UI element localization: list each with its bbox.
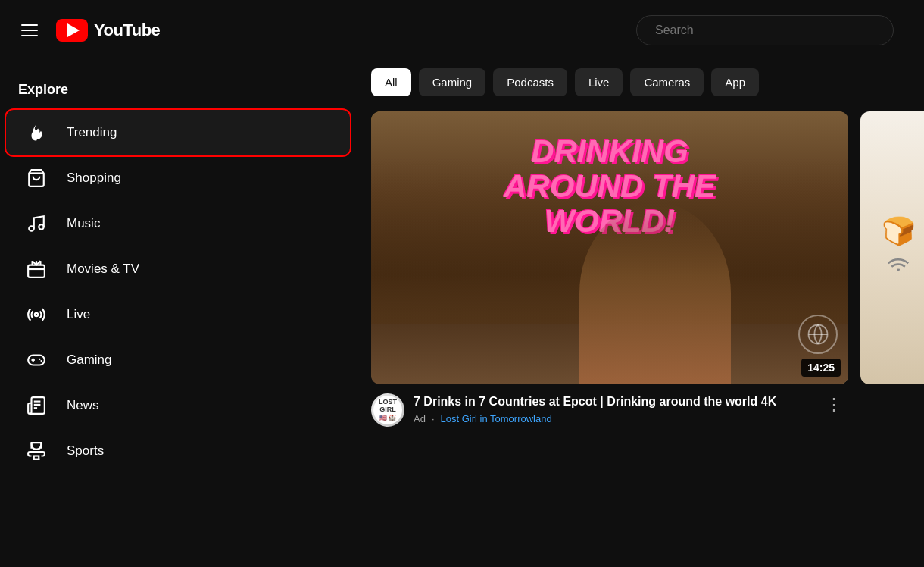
sidebar-item-label-sports: Sports [67,443,104,459]
main-content: All Gaming Podcasts Live Cameras App [356,61,924,489]
globe-watermark-icon [798,315,838,354]
chip-live[interactable]: Live [575,68,623,96]
search-box[interactable] [636,15,894,45]
svg-point-2 [39,224,44,230]
svg-point-11 [40,360,42,362]
sidebar-item-label-shopping: Shopping [67,171,121,186]
channel-name[interactable]: Lost Girl in Tomorrowland [441,413,552,424]
avatar-logo: LOST GIRL 🇺🇸 🏰 [373,396,402,424]
svg-point-10 [39,359,40,360]
video-card-1: DRINKINGAROUND THEWORLD! 14:25 [371,111,848,436]
more-options-button[interactable]: ⋮ [819,392,848,418]
sidebar-item-label-movies: Movies & TV [67,262,139,277]
sidebar-item-live[interactable]: Live [6,292,350,337]
partial-thumbnail: 🍞 [860,111,924,384]
video-thumbnail-1[interactable]: DRINKINGAROUND THEWORLD! 14:25 [371,111,848,384]
sidebar-item-label-trending: Trending [67,125,117,140]
sidebar-item-music[interactable]: Music [6,201,350,246]
sidebar-item-label-gaming: Gaming [67,352,112,368]
thumbnail-bg: DRINKINGAROUND THEWORLD! [371,111,848,384]
chip-podcasts[interactable]: Podcasts [493,68,567,96]
svg-rect-3 [28,265,45,277]
duration-badge: 14:25 [801,359,841,377]
ad-badge: Ad [414,413,426,424]
chip-gaming[interactable]: Gaming [419,68,486,96]
sidebar-item-gaming[interactable]: Gaming [6,337,350,383]
svg-rect-9 [28,356,45,365]
video-channel-row: Ad · Lost Girl in Tomorrowland [414,413,810,424]
video-info-1: LOST GIRL 🇺🇸 🏰 7 Drinks in 7 Countries a… [371,384,848,436]
channel-avatar[interactable]: LOST GIRL 🇺🇸 🏰 [371,393,404,427]
clapperboard-icon [24,257,48,281]
video-card-partial[interactable]: 🍞 [860,111,924,436]
chip-all[interactable]: All [371,68,411,96]
gamepad-icon [24,348,48,372]
sidebar-item-label-news: News [67,398,99,413]
header: YouTube [0,0,924,61]
svg-point-8 [35,313,38,316]
sidebar-item-news[interactable]: News [6,383,350,428]
sidebar-item-shopping[interactable]: Shopping [6,155,350,201]
youtube-logo[interactable]: YouTube [56,19,160,42]
dot-separator: · [432,413,435,424]
videos-grid: DRINKINGAROUND THEWORLD! 14:25 [371,111,909,436]
main-layout: Explore Trending Shopping [0,61,924,489]
explore-title: Explore [0,76,356,110]
sidebar-item-trending[interactable]: Trending [6,110,350,155]
flame-icon [24,121,48,145]
svg-point-1 [29,226,34,231]
video-title: 7 Drinks in 7 Countries at Epcot | Drink… [414,393,810,410]
yt-icon [56,19,88,42]
hamburger-menu[interactable] [15,18,44,42]
sidebar: Explore Trending Shopping [0,61,356,489]
sidebar-item-movies[interactable]: Movies & TV [6,246,350,292]
chip-apps[interactable]: App [711,68,759,96]
search-input[interactable] [655,23,875,37]
video-meta: 7 Drinks in 7 Countries at Epcot | Drink… [414,393,810,427]
newspaper-icon [24,393,48,418]
search-container [160,15,909,45]
filter-chips: All Gaming Podcasts Live Cameras App [371,68,909,96]
music-icon [24,211,48,236]
wifi-icon [887,255,910,280]
sidebar-item-label-music: Music [67,216,100,231]
sidebar-item-label-live: Live [67,307,90,322]
header-left: YouTube [15,18,160,42]
sidebar-item-sports[interactable]: Sports [6,428,350,474]
trophy-icon [24,439,48,463]
logo-text: YouTube [94,20,160,40]
bag-icon [24,166,48,190]
chip-cameras[interactable]: Cameras [630,68,704,96]
broadcast-icon [24,302,48,327]
